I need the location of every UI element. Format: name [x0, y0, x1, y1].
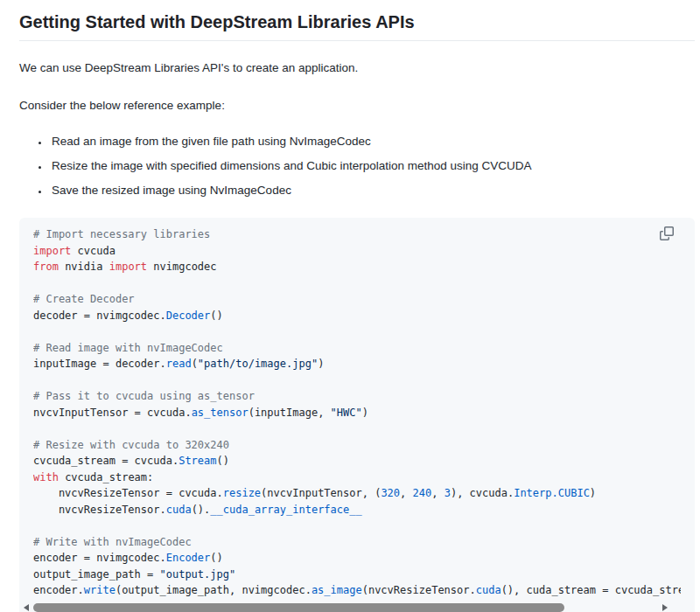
code-line: nvcvInputTensor = cvcuda.as_tensor(input…: [33, 405, 681, 421]
code-line: [33, 518, 681, 534]
code-block: # Import necessary librariesimport cvcud…: [19, 218, 695, 612]
code-line: # Write with nvImageCodec: [33, 534, 681, 551]
list-item: Read an image from the given file path u…: [50, 135, 695, 148]
reference-steps-list: Read an image from the given file path u…: [19, 135, 695, 197]
code-line: cvcuda_stream = cvcuda.Stream(): [33, 453, 681, 469]
code-line: [33, 372, 681, 389]
code-line: [33, 323, 681, 340]
code-line: [33, 275, 681, 292]
code-line: nvcvResizeTensor = cvcuda.resize(nvcvInp…: [33, 485, 681, 502]
code-line: decoder = nvimgcodec.Decoder(): [33, 308, 681, 324]
code-content: # Import necessary librariesimport cvcud…: [33, 226, 681, 599]
list-item: Save the resized image using NvImageCode…: [50, 184, 695, 197]
code-line: inputImage = decoder.read("path/to/image…: [33, 356, 681, 372]
code-line: nvcvResizeTensor.cuda().__cuda_array_int…: [33, 502, 681, 518]
code-line: import cvcuda: [33, 243, 681, 260]
code-line: encoder = nvimgcodec.Encoder(): [33, 550, 681, 567]
code-line: # Import necessary libraries: [33, 226, 681, 243]
list-item: Resize the image with specified dimensio…: [50, 159, 695, 172]
document-page: Getting Started with DeepStream Librarie…: [0, 12, 700, 612]
reference-intro-paragraph: Consider the below reference example:: [19, 97, 695, 115]
code-line: from nvidia import nvimgcodec: [33, 259, 681, 275]
scrollbar-left-arrow-icon[interactable]: [23, 602, 32, 612]
copy-code-button[interactable]: [660, 225, 677, 242]
code-line: [33, 421, 681, 437]
horizontal-scrollbar[interactable]: [23, 602, 668, 612]
code-line: # Read image with nvImageCodec: [33, 340, 681, 357]
scrollbar-track[interactable]: [33, 603, 658, 612]
code-line: with cvcuda_stream:: [33, 469, 681, 486]
code-line: output_image_path = "output.jpg": [33, 567, 681, 583]
page-title: Getting Started with DeepStream Librarie…: [19, 12, 695, 41]
code-line: # Resize with cvcuda to 320x240: [33, 437, 681, 454]
scrollbar-thumb[interactable]: [33, 603, 564, 612]
scrollbar-right-arrow-icon[interactable]: [660, 602, 668, 612]
code-line: encoder.write(output_image_path, nvimgco…: [33, 582, 681, 599]
copy-icon: [660, 226, 677, 240]
code-line: # Pass it to cvcuda using as_tensor: [33, 388, 681, 405]
intro-paragraph: We can use DeepStream Libraries API's to…: [19, 59, 695, 77]
code-line: # Create Decoder: [33, 291, 681, 308]
